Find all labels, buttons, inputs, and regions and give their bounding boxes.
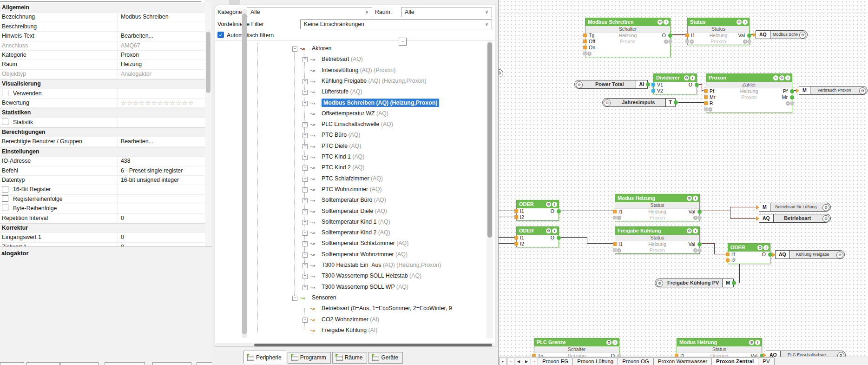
tree-item-label[interactable]: Intensivlüftung (AQ) (Proxon) [322, 65, 395, 76]
tree-expander[interactable]: + [302, 90, 308, 95]
tree-item-label[interactable]: Solltemperatur Diele (AQ) [322, 206, 387, 217]
tree-item-label[interactable]: PTC Kind 2 (AQ) [322, 162, 364, 173]
block-header[interactable]: ODER⚙i [517, 200, 559, 208]
tree-item-label[interactable]: Betriebsart (0=Aus, 1=EcoSommer, 2=EcoWi… [322, 303, 452, 314]
tree-expander[interactable]: + [302, 241, 308, 246]
checkbox[interactable] [2, 205, 8, 211]
gear-icon[interactable]: ⚙ [656, 280, 663, 287]
tree-item-text[interactable]: Offsettemperatur WZ (AQ) [322, 110, 388, 117]
tab-geräte[interactable]: Geräte [368, 352, 403, 364]
function-block-modus-heizung[interactable]: Modus Heizung⚙iStatusI1HeizungVal+Proxon… [615, 194, 700, 221]
tree-expander[interactable]: + [302, 198, 308, 203]
input-port[interactable] [726, 252, 730, 256]
gear-icon[interactable]: ⚙ [799, 32, 806, 39]
tab-nav-button[interactable]: ▾ [499, 358, 506, 365]
tree-item-text[interactable]: Freigabe Kühlung (AI) [322, 327, 377, 333]
gear-icon[interactable]: ⚙ [736, 20, 742, 25]
tree-expander[interactable]: + [302, 177, 308, 182]
tree-item-label[interactable]: Sensoren [312, 292, 336, 303]
property-value[interactable]: 6 - Preset single register [118, 166, 205, 175]
function-block-oder[interactable]: ODER⚙iI1OI2 [728, 243, 770, 264]
io-tag-freigabe-k-hlung-pv[interactable]: ⚙Freigabe Kühlung PVM [655, 279, 734, 287]
input-port[interactable] [514, 242, 518, 246]
property-value[interactable]: AMQ67 [118, 41, 205, 50]
property-value[interactable]: 0 [118, 233, 205, 242]
tree-item-label[interactable]: PTC Diele (AQ) [322, 141, 361, 152]
info-icon[interactable]: i [755, 340, 760, 345]
scrollbar-thumb[interactable] [206, 32, 210, 93]
info-icon[interactable]: i [690, 75, 695, 80]
tree-item[interactable]: ↝Offsettemperatur WZ (AQ) [215, 108, 495, 119]
tree-item[interactable]: +↝CO2 Wohnzimmer (AI) [215, 314, 495, 325]
output-port[interactable] [732, 281, 736, 285]
tree-item-text[interactable]: T300 Wassertemp SOLL Heizstab (AQ) [322, 272, 421, 279]
gear-icon[interactable]: ⚙ [836, 252, 843, 259]
output-port[interactable] [697, 210, 702, 214]
checkbox[interactable] [2, 90, 8, 96]
gear-icon[interactable]: ⚙ [606, 340, 612, 345]
tree-expander[interactable]: − [292, 46, 297, 52]
tree-item-label[interactable]: PTC Kind 1 (AQ) [322, 152, 364, 162]
block-header[interactable]: Proxon+⚙i [706, 74, 792, 82]
input-port[interactable] [583, 33, 587, 37]
tree-item-label[interactable]: Freigabe Kühlung (AI) [322, 325, 377, 336]
tree-item-text[interactable]: Aktoren [312, 45, 331, 52]
tree-item[interactable]: ↝Betriebsart (0=Aus, 1=EcoSommer, 2=EcoW… [215, 303, 495, 314]
output-port[interactable] [790, 95, 794, 100]
tree-expander[interactable]: − [292, 296, 297, 301]
tree-horizontal-scrollbar[interactable] [215, 343, 494, 347]
target-icon[interactable]: + [773, 75, 778, 80]
rating-stars[interactable]: ☆☆☆☆☆☆☆☆☆☆☆☆ [121, 100, 194, 106]
input-port[interactable] [613, 216, 617, 219]
property-value[interactable]: Proxon [118, 51, 205, 60]
tree-expander[interactable]: + [302, 209, 308, 214]
gear-icon[interactable]: ⚙ [822, 215, 829, 222]
canvas-tab-pv[interactable]: PV [758, 357, 774, 365]
collapse-all-button[interactable]: − [399, 38, 407, 46]
input-port[interactable] [685, 40, 689, 43]
tree-item-text[interactable]: Modbus Schreiben (AQ) (Heizung,Proxon) [322, 99, 439, 107]
scrollbar-thumb[interactable] [487, 42, 492, 238]
tree-expander[interactable]: + [302, 122, 308, 127]
cut-tab[interactable] [197, 362, 213, 365]
tab-nav-button[interactable]: ◀ [515, 358, 522, 365]
info-icon[interactable]: i [664, 20, 669, 25]
add-output-icon[interactable]: + [693, 216, 697, 220]
property-value[interactable] [118, 22, 205, 31]
gear-icon[interactable]: ⚙ [749, 340, 754, 345]
tree-expander[interactable]: + [302, 144, 308, 149]
canvas-tab-proxon-og[interactable]: Proxon OG [618, 357, 654, 365]
tree-item[interactable]: +↝Betriebsart (AQ) [215, 54, 495, 65]
properties-scrollbar[interactable] [205, 2, 211, 246]
add-output-icon[interactable]: + [743, 40, 747, 44]
cut-tab[interactable] [0, 362, 24, 365]
tree-expander[interactable]: + [302, 166, 308, 171]
io-tag-betriebsart-f-r-l-ftung[interactable]: MBetriebsart für Lüftung⚙ [759, 203, 831, 212]
gear-icon[interactable]: ⚙ [822, 204, 829, 211]
property-value[interactable]: 438 [118, 157, 205, 166]
input-port[interactable] [704, 89, 708, 93]
function-block-dividierer[interactable]: Dividierer⚙iV1OV2 [653, 73, 697, 94]
tree-item-text[interactable]: PTC Büro (AQ) [322, 132, 360, 138]
tree-item[interactable]: −↝Aktoren [215, 43, 495, 54]
tree-item-label[interactable]: Solltemperatur Büro (AQ) [322, 195, 386, 206]
tree-item[interactable]: +↝T300 Wassertemp SOLL WP (AQ) [215, 282, 495, 292]
add-input-icon[interactable]: + [708, 107, 712, 112]
info-icon[interactable]: i [743, 20, 748, 25]
gear-icon[interactable]: ⚙ [757, 245, 763, 250]
tree-item-label[interactable]: Modbus Schreiben (AQ) (Heizung,Proxon) [322, 98, 439, 108]
property-value[interactable]: Analogaktor [118, 70, 205, 79]
tab-nav-button[interactable]: ▶ [523, 358, 530, 365]
tree-item-label[interactable]: Solltemperatur Kind 2 (AQ) [322, 227, 390, 238]
info-icon[interactable]: i [763, 245, 769, 250]
output-port[interactable] [697, 242, 702, 246]
tree-item[interactable]: +↝Solltemperatur Büro (AQ) [215, 195, 495, 206]
tree-item[interactable]: +↝Solltemperatur Kind 2 (AQ) [215, 227, 495, 238]
canvas-tab-proxon-zentral[interactable]: Proxon Zentral [711, 357, 758, 365]
tree-expander[interactable]: + [302, 155, 308, 160]
function-block-oder[interactable]: ODER⚙iI1OI2 [516, 200, 559, 221]
tree-item[interactable]: +↝Solltemperatur Diele (AQ) [215, 206, 495, 217]
block-header[interactable]: Modus Heizung⚙i [677, 338, 762, 346]
tree-item-text[interactable]: PLC Einschaltschwelle (AQ) [322, 121, 393, 127]
tree-item-text[interactable]: PTC Schlafzimmer (AQ) [322, 175, 383, 182]
